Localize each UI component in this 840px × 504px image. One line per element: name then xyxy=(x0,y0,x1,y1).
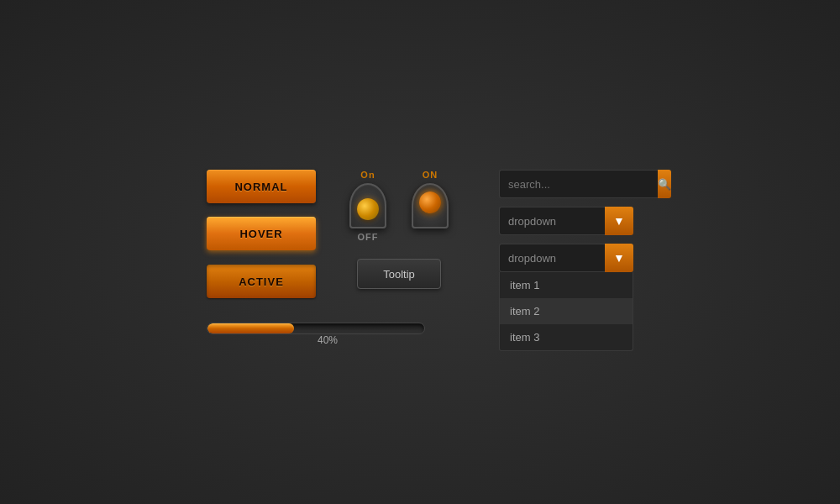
progress-label: 40% xyxy=(207,334,449,346)
search-icon: 🔍 xyxy=(658,178,671,191)
dropdown-item-3[interactable]: item 3 xyxy=(500,324,633,350)
dropdown2-open: dropdown ▼ item 1 item 2 item 3 xyxy=(499,244,633,351)
toggles-row: On OFF ON xyxy=(349,170,449,242)
chevron-down-icon-2: ▼ xyxy=(613,251,625,265)
search-button[interactable]: 🔍 xyxy=(658,170,671,198)
toggle1-top-label: On xyxy=(360,170,375,180)
dropdown2-menu: item 1 item 2 item 3 xyxy=(499,272,633,351)
search-column: 🔍 dropdown ▼ dropdown ▼ item 1 item 2 it… xyxy=(499,170,633,351)
progress-section: 40% xyxy=(207,323,449,346)
toggle1-switch[interactable] xyxy=(349,183,386,228)
dropdown-item-1[interactable]: item 1 xyxy=(500,272,633,298)
toggle1-knob xyxy=(357,198,379,220)
progress-track xyxy=(207,323,425,334)
dropdown1-button[interactable]: ▼ xyxy=(605,207,633,235)
toggle-on-wrapper: ON xyxy=(412,170,449,242)
progress-fill xyxy=(207,323,294,333)
toggle2-switch[interactable] xyxy=(412,183,449,228)
toggle2-knob xyxy=(419,192,441,213)
toggles-column: On OFF ON xyxy=(349,170,449,289)
toggle1-bottom-label: OFF xyxy=(358,232,379,242)
dropdown1-row: dropdown ▼ xyxy=(499,207,633,235)
active-button[interactable]: ACTIVE xyxy=(207,265,316,298)
hover-button[interactable]: HOVER xyxy=(207,217,316,250)
top-left: NORMAL HOVER ACTIVE On OFF xyxy=(207,170,449,297)
dropdown2-row: dropdown ▼ xyxy=(499,244,633,272)
ui-container: NORMAL HOVER ACTIVE On OFF xyxy=(207,170,633,351)
search-row: 🔍 xyxy=(499,170,633,198)
search-input[interactable] xyxy=(499,170,658,198)
dropdown2-button[interactable]: ▼ xyxy=(605,244,633,272)
dropdown2-display: dropdown xyxy=(499,244,605,272)
tooltip-button[interactable]: Tooltip xyxy=(357,259,441,289)
buttons-column: NORMAL HOVER ACTIVE xyxy=(207,170,316,297)
toggle-off-wrapper: On OFF xyxy=(349,170,386,242)
chevron-down-icon: ▼ xyxy=(613,214,625,228)
left-section: NORMAL HOVER ACTIVE On OFF xyxy=(207,170,449,346)
dropdown1-display: dropdown xyxy=(499,207,605,235)
normal-button[interactable]: NORMAL xyxy=(207,170,316,203)
dropdown-item-2[interactable]: item 2 xyxy=(500,298,633,324)
toggle2-top-label: ON xyxy=(423,170,438,180)
